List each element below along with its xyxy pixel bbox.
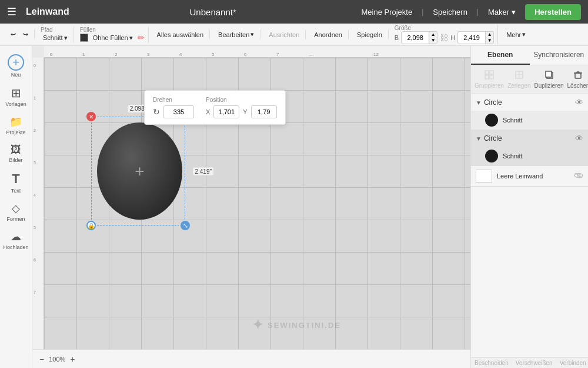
sidebar-item-bilder[interactable]: 🖼 Bilder [1,140,31,167]
herstellen-button[interactable]: Herstellen [525,4,581,20]
b-input[interactable] [402,32,429,44]
layer-item-schnitt1[interactable]: Schnitt [471,111,588,130]
layer-thumb-schnitt2 [485,150,498,163]
layers-list: ▼ Circle 👁 Schnitt ▼ Circle 👁 S [471,94,588,357]
tab-ebenen[interactable]: Ebenen [471,46,530,65]
handle-lock[interactable]: 🔒 [86,221,96,230]
eye-circle1-icon[interactable]: 👁 [575,98,583,107]
ausrichten-group: Ausrichten [263,30,306,39]
top-nav: ☰ Leinwand Unbenannt* Meine Projekte | S… [0,0,588,24]
sidebar-item-formen-label: Formen [6,216,25,222]
handle-close[interactable]: ✕ [86,112,96,121]
duplizieren-icon [544,70,554,81]
svg-rect-3 [490,75,493,79]
zoom-plus-button[interactable]: + [68,353,77,365]
sidebar-item-new-label: Neu [11,72,21,78]
right-panel-toolbar: Gruppieren Zerlegen [471,65,588,94]
alles-auswaehlen-button[interactable]: Alles auswählen [155,30,206,39]
tab-synchronisieren[interactable]: Synchronisieren [530,46,589,65]
fuellen-dropdown[interactable]: Ohne Füllen ▾ [91,33,135,43]
canvas-area[interactable]: 0 1 2 3 4 5 6 7 ... 12 0 1 2 3 4 5 6 7 + [32,46,470,368]
ausrichten-button[interactable]: Ausrichten [266,30,302,39]
b-down[interactable]: ▼ [429,38,437,44]
sidebar-item-text[interactable]: T Text [1,168,31,197]
drehen-label: Drehen [153,97,194,103]
color-swatch[interactable] [80,34,88,42]
layer-group-circle2: ▼ Circle 👁 Schnitt [471,130,588,166]
doc-title: Unbenannt* [76,7,350,17]
h-up[interactable]: ▲ [485,32,493,38]
leinwand-label: Leere Leinwand [497,173,569,180]
mehr-button[interactable]: Mehr ▾ [504,29,528,39]
main-layout: + Neu ⊞ Vorlagen 📁 Projekte 🖼 Bilder T T… [0,46,588,368]
sidebar-item-hochladen[interactable]: ☁ Hochladen [1,227,31,254]
groesse-label: Größe [395,25,494,31]
undo-button[interactable]: ↩ [8,29,18,39]
zerlegen-button[interactable]: Zerlegen [506,68,532,91]
layer-header-circle1[interactable]: ▼ Circle 👁 [471,94,588,111]
meine-projekte-button[interactable]: Meine Projekte [356,5,417,19]
maker-button[interactable]: Maker ▾ [483,5,520,19]
duplizieren-button[interactable]: Duplizieren [533,68,565,91]
watermark-fleur: ✦ [252,317,264,333]
b-label: B [395,34,399,41]
hochladen-icon: ☁ [11,230,21,243]
sidebar-item-text-label: Text [11,188,21,194]
undo-redo-group: ↩ ↪ [5,29,35,39]
verbinden-button[interactable]: Verbinden [556,358,588,368]
expand-circle2-icon: ▼ [476,135,482,142]
y-input[interactable] [251,105,277,118]
pencil-icon[interactable]: ✏ [138,33,145,42]
leinwand-eye-icon[interactable] [574,172,583,181]
handle-scale[interactable]: ⤡ [181,221,190,230]
layer-name-circle2: Circle [484,134,573,142]
menu-icon[interactable]: ☰ [7,5,16,18]
watermark: ✦ SEWINGTINI.DE [252,317,341,333]
leinwand-item[interactable]: Leere Leinwand [471,166,588,187]
loeschen-button[interactable]: Löschen [566,68,588,91]
h-down[interactable]: ▼ [485,38,493,44]
shape-container[interactable]: + ✕ ↻ 🔒 ⤡ 2.098" 2.419" [91,117,185,226]
layer-header-circle2[interactable]: ▼ Circle 👁 [471,130,588,147]
lock-aspect-icon[interactable]: ⛓ [440,33,448,42]
layer-item-name-schnitt2: Schnitt [503,152,523,160]
sidebar-item-projekte-label: Projekte [6,130,25,135]
height-dimension: 2.419" [193,167,213,175]
pfad-dropdown[interactable]: Schnitt ▾ [41,33,70,43]
sidebar-item-hochladen-label: Hochladen [3,244,28,250]
spiegeln-button[interactable]: Spiegeln [355,30,385,39]
drehen-section: Drehen ↻ [153,97,194,118]
zoom-bar: − 100% + [32,349,470,368]
sidebar-item-new[interactable]: + Neu [1,51,31,81]
speichern-button[interactable]: Speichern [428,5,472,19]
x-input[interactable] [213,105,239,118]
bearbeiten-group: Bearbeiten ▾ [212,29,260,39]
app-title: Leinwand [26,6,69,17]
eye-circle2-icon[interactable]: 👁 [575,134,583,143]
nav-divider2: | [477,8,479,16]
sidebar-item-bilder-label: Bilder [9,157,22,163]
bearbeiten-button[interactable]: Bearbeiten ▾ [216,29,256,39]
sidebar-item-formen[interactable]: ◇ Formen [1,198,31,226]
beschneiden-button[interactable]: Beschneiden [471,358,512,368]
b-up[interactable]: ▲ [429,32,437,38]
loeschen-icon [573,70,583,81]
x-label: X [206,108,210,115]
nav-right: Meine Projekte | Speichern | Maker ▾ Her… [356,4,581,20]
layer-item-schnitt2[interactable]: Schnitt [471,147,588,165]
redo-button[interactable]: ↪ [21,29,31,39]
zoom-minus-button[interactable]: − [37,353,46,365]
zoom-level: 100% [49,356,65,363]
zerlegen-icon [514,70,524,81]
sidebar-item-projekte[interactable]: 📁 Projekte [1,112,31,139]
verschweissen-button[interactable]: Verschweißen [512,358,556,368]
bilder-icon: 🖼 [11,144,21,156]
mehr-group: Mehr ▾ [500,29,532,39]
ruler-horizontal: 0 1 2 3 4 5 6 7 ... 12 [44,46,470,58]
rotate-input[interactable] [163,105,194,118]
anordnen-button[interactable]: Anordnen [312,30,345,39]
sidebar-item-vorlagen[interactable]: ⊞ Vorlagen [1,82,31,111]
gruppieren-button[interactable]: Gruppieren [473,68,505,91]
text-icon: T [12,171,19,187]
h-input[interactable] [458,32,485,44]
